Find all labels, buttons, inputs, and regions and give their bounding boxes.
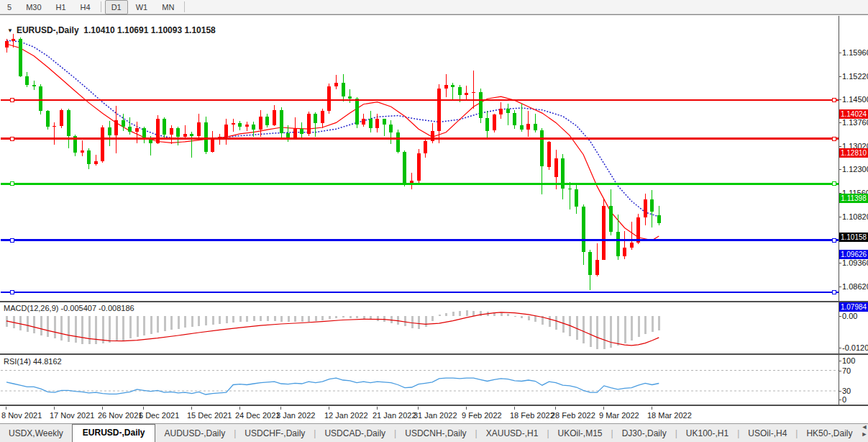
price-tick-label: 1.13760 [842, 118, 868, 127]
date-label: 9 Mar 2022 [599, 411, 639, 420]
timeframe-toolbar: 5M30H1H4D1W1MN [0, 0, 868, 14]
date-label: 3 Jan 2022 [276, 411, 315, 420]
chart-tab-ukoil-m15[interactable]: UKOil-,M15 [549, 425, 611, 442]
rsi-line [6, 378, 659, 394]
timeframe-button-w1[interactable]: W1 [129, 0, 155, 14]
price-tick-label: 1.14500 [842, 95, 868, 104]
candles-group [5, 34, 661, 290]
price-badge-1.07984: 1.07984 [839, 302, 868, 312]
date-tick-mark [555, 407, 556, 410]
date-label: 24 Dec 2021 [235, 411, 280, 420]
date-label: 31 Jan 2022 [414, 411, 457, 420]
macd-label: MACD(12,26,9) -0.005407 -0.008186 [4, 304, 134, 312]
date-label: 18 Feb 2022 [510, 411, 554, 420]
axis-tick-mark [839, 53, 841, 53]
macd-axis-label: 0.00 [842, 312, 857, 320]
date-tick-mark [514, 407, 515, 410]
date-label: 9 Feb 2022 [462, 411, 502, 420]
price-tick-label: 1.10820 [842, 212, 868, 221]
date-label: 17 Nov 2021 [50, 411, 94, 420]
price-chart-pane[interactable] [1, 16, 839, 301]
chart-tab-usdx-weekly[interactable]: USDX,Weekly [0, 425, 72, 442]
axis-tick-mark [839, 169, 841, 170]
rsi-axis-label: 30 [842, 387, 851, 395]
axis-tick-mark [839, 391, 841, 392]
date-tick-mark [466, 407, 467, 410]
date-tick-mark [6, 407, 6, 410]
date-label: 12 Jan 2022 [324, 411, 368, 420]
chart-tab-xauusd-h1[interactable]: XAUUSD-,H1 [478, 425, 547, 442]
timeframe-button-5[interactable]: 5 [1, 0, 18, 14]
chart-tab-audusd-daily[interactable]: AUDUSD-,Daily [155, 425, 234, 442]
price-badge-1.09626: 1.09626 [839, 250, 868, 259]
date-tick-mark [603, 407, 604, 410]
trading-platform-window: 5M30H1H4D1W1MN ▼EURUSD-,Daily 1.10410 1.… [0, 0, 868, 442]
price-badge-1.11398: 1.11398 [839, 194, 868, 203]
date-axis[interactable]: 8 Nov 202117 Nov 202126 Nov 20216 Dec 20… [0, 406, 839, 424]
rsi-label: RSI(14) 44.8162 [4, 357, 62, 366]
price-tick-label: 1.15220 [842, 72, 868, 81]
timeframe-button-h4[interactable]: H4 [74, 0, 97, 14]
rsi-axis-label: 70 [842, 366, 851, 375]
date-tick-mark [418, 407, 419, 410]
price-badge-1.10158: 1.10158 [839, 233, 868, 242]
date-tick-mark [239, 407, 240, 410]
date-label: 21 Jan 2022 [373, 411, 416, 420]
chart-legend: ▼EURUSD-,Daily 1.10410 1.10691 1.10093 1… [7, 25, 216, 35]
date-tick-mark [329, 407, 329, 410]
macd-histogram [6, 310, 660, 349]
chart-tab-uk100-h1[interactable]: UK100-,H1 [677, 425, 737, 442]
toolbar-separator [184, 1, 185, 12]
date-label: 15 Dec 2021 [187, 411, 232, 420]
date-label: 18 Mar 2022 [647, 411, 692, 420]
chart-tab-usoil-h4[interactable]: USOil-,H4 [739, 425, 795, 442]
chart-tab-eurusd-daily[interactable]: EURUSD-,Daily [72, 424, 156, 442]
date-label: 8 Nov 2021 [1, 411, 42, 420]
timeframe-button-h1[interactable]: H1 [50, 0, 73, 14]
date-tick-mark [652, 407, 652, 410]
date-tick-mark [54, 407, 55, 410]
chart-tab-hk50-daily[interactable]: HK50-,Daily [798, 425, 861, 442]
horizontal-levels-group [1, 98, 839, 294]
date-label: 26 Nov 2021 [98, 411, 142, 420]
symbol-title: EURUSD-,Daily [17, 25, 79, 35]
chart-tab-usdcnh-daily[interactable]: USDCNH-,Daily [396, 425, 475, 442]
axis-tick-mark [839, 146, 841, 147]
chart-tab-usdcad-daily[interactable]: USDCAD-,Daily [316, 425, 394, 442]
axis-tick-mark [839, 76, 841, 77]
tab-scroll-arrows[interactable]: ◄ ► [861, 423, 868, 442]
chart-tab-bar: USDX,WeeklyEURUSD-,DailyAUDUSD-,Daily|US… [0, 423, 868, 442]
timeframe-button-d1[interactable]: D1 [105, 0, 128, 14]
toolbar-separator [101, 1, 101, 12]
axis-tick-mark [839, 400, 841, 400]
axis-tick-mark [839, 99, 841, 100]
price-tick-label: 1.08620 [842, 282, 868, 291]
price-tick-label: 1.12300 [842, 165, 868, 173]
chart-window: ▼EURUSD-,Daily 1.10410 1.10691 1.10093 1… [0, 14, 868, 423]
axis-tick-mark [839, 361, 841, 361]
axis-tick-mark [839, 287, 841, 287]
chart-tab-usdchf-daily[interactable]: USDCHF-,Daily [236, 425, 314, 442]
date-tick-mark [102, 407, 103, 410]
rsi-indicator-pane[interactable] [1, 355, 839, 405]
price-badge-1.14024: 1.14024 [839, 109, 868, 119]
axis-tick-mark [839, 122, 841, 123]
macd-signal-line [6, 312, 659, 346]
axis-tick-mark [839, 316, 841, 317]
ohlc-values: 1.10410 1.10691 1.10093 1.10158 [83, 25, 216, 35]
macd-axis-label: -0.01205 [842, 343, 868, 352]
rsi-axis-label: 0 [842, 395, 846, 404]
date-tick-mark [143, 407, 144, 410]
symbol-dropdown-icon[interactable]: ▼ [7, 27, 13, 34]
price-tick-label: 1.09360 [842, 258, 868, 267]
timeframe-button-m30[interactable]: M30 [19, 0, 47, 14]
rsi-axis-label: 100 [842, 356, 855, 365]
axis-tick-mark [839, 217, 841, 217]
axis-tick-mark [839, 348, 841, 348]
chart-tab-dj30-daily[interactable]: DJ30-,Daily [613, 425, 675, 442]
timeframe-button-mn[interactable]: MN [155, 0, 181, 14]
date-label: 28 Feb 2022 [551, 411, 595, 420]
date-tick-mark [191, 407, 192, 410]
axis-tick-mark [839, 371, 841, 371]
date-tick-mark [280, 407, 281, 410]
